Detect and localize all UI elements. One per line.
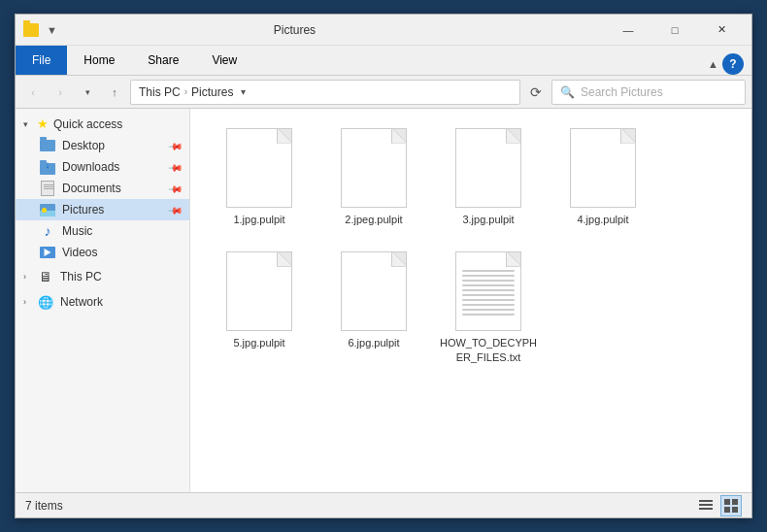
file-name-4jpg: 4.jpg.pulpit (577, 213, 628, 226)
large-icons-view-button[interactable] (720, 495, 742, 516)
tab-view[interactable]: View (195, 46, 253, 75)
file-page-3 (455, 128, 521, 208)
line1 (462, 270, 515, 272)
file-page-fold-4 (621, 129, 635, 143)
pin-icon-3: 📌 (168, 181, 183, 196)
back-button[interactable]: ‹ (21, 81, 45, 104)
file-item-4jpg[interactable]: 4.jpg.pulpit (550, 118, 656, 234)
search-icon: 🔍 (560, 85, 575, 99)
file-icon-4jpg (564, 126, 642, 209)
window-title: Pictures (0, 23, 606, 37)
file-item-1jpg[interactable]: 1.jpg.pulpit (206, 118, 313, 234)
file-page-fold-2 (392, 129, 406, 143)
pin-icon-4: 📌 (168, 202, 183, 217)
music-icon: ♪ (39, 223, 56, 239)
maximize-button[interactable]: □ (652, 17, 697, 44)
file-page-fold-txt (507, 252, 520, 266)
file-item-2jpeg[interactable]: 2.jpeg.pulpit (320, 118, 427, 234)
file-icon-5jpg (220, 249, 298, 332)
file-name-3jpg: 3.jpg.pulpit (462, 213, 514, 226)
file-page-6 (341, 251, 407, 331)
file-item-howto[interactable]: HOW_TO_DECYPHER_FILES.txt (435, 242, 542, 372)
file-page-fold (278, 129, 291, 143)
file-icon-2jpeg (335, 126, 413, 209)
close-button[interactable]: ✕ (699, 17, 744, 44)
chevron-network-icon: › (23, 297, 33, 307)
ribbon-collapse-arrow[interactable]: ▲ (708, 58, 718, 70)
svg-rect-3 (724, 499, 730, 505)
file-icon-howto (450, 249, 527, 332)
path-thispc-label: This PC (139, 85, 181, 99)
line4 (462, 284, 515, 286)
sidebar-item-documents[interactable]: Documents 📌 (16, 178, 189, 199)
file-page-5 (226, 251, 292, 331)
file-name-6jpg: 6.jpg.pulpit (348, 336, 399, 349)
window-controls: — □ ✕ (606, 17, 744, 44)
status-bar: 7 items (16, 492, 751, 517)
file-text-lines (456, 252, 520, 321)
svg-rect-1 (699, 504, 713, 506)
line7 (462, 299, 515, 301)
chevron-down-icon: ▾ (23, 119, 33, 129)
pin-icon-2: 📌 (168, 159, 183, 175)
tab-share[interactable]: Share (131, 46, 195, 75)
minimize-button[interactable]: — (606, 17, 650, 44)
downloads-icon: ↓ (39, 159, 56, 175)
sidebar-item-desktop[interactable]: Desktop 📌 (16, 135, 189, 156)
file-item-5jpg[interactable]: 5.jpg.pulpit (206, 242, 313, 372)
pictures-icon (39, 202, 56, 217)
sidebar-item-pictures[interactable]: Pictures 📌 (16, 199, 189, 220)
svg-rect-2 (699, 508, 713, 510)
file-page-fold-3 (507, 129, 520, 143)
file-page-2 (341, 128, 407, 208)
svg-rect-6 (732, 507, 738, 513)
sidebar-quickaccess-header[interactable]: ▾ ★ Quick access (16, 113, 189, 135)
tab-file[interactable]: File (16, 46, 67, 75)
search-box[interactable]: 🔍 Search Pictures (551, 80, 746, 105)
line10 (462, 314, 515, 316)
path-separator-1: › (184, 86, 187, 97)
help-button[interactable]: ? (722, 53, 744, 75)
documents-icon (39, 181, 56, 196)
folder-blue-icon (39, 138, 56, 153)
svg-rect-0 (699, 500, 713, 502)
recent-locations-button[interactable]: ▾ (76, 81, 99, 104)
svg-rect-4 (732, 499, 738, 505)
line6 (462, 294, 515, 296)
sidebar-item-videos[interactable]: Videos (16, 242, 189, 263)
file-name-5jpg: 5.jpg.pulpit (233, 336, 284, 349)
line5 (462, 289, 515, 291)
file-name-2jpeg: 2.jpeg.pulpit (345, 213, 402, 226)
sidebar-network[interactable]: › 🌐 Network (16, 290, 189, 314)
sidebar: ▾ ★ Quick access Desktop 📌 (16, 109, 190, 492)
file-item-6jpg[interactable]: 6.jpg.pulpit (320, 242, 427, 372)
sidebar-item-videos-label: Videos (62, 246, 97, 259)
sidebar-item-music-label: Music (62, 224, 92, 238)
sidebar-thispc[interactable]: › 🖥 This PC (16, 265, 189, 288)
address-bar: ‹ › ▾ ↑ 1.jpg.pulpit This PC › Pictures … (16, 76, 751, 109)
tab-home[interactable]: Home (67, 46, 131, 75)
search-placeholder: Search Pictures (581, 85, 737, 99)
file-page-fold-5 (278, 252, 291, 266)
details-view-button[interactable] (695, 495, 717, 516)
address-path[interactable]: 1.jpg.pulpit This PC › Pictures ▾ (130, 80, 520, 105)
pin-icon: 📌 (168, 138, 183, 153)
main-wrapper: ▾ ★ Quick access Desktop 📌 (16, 109, 751, 492)
status-count: 7 items (25, 499, 63, 513)
sidebar-section-network: › 🌐 Network (16, 290, 189, 314)
chevron-thispc-icon: › (23, 272, 33, 282)
up-button[interactable]: ↑ (103, 81, 126, 104)
computer-icon: 🖥 (37, 269, 54, 284)
file-item-3jpg[interactable]: 3.jpg.pulpit (435, 118, 542, 234)
sidebar-network-label: Network (60, 295, 103, 309)
file-page-4 (570, 128, 636, 208)
sidebar-item-music[interactable]: ♪ Music (16, 220, 189, 242)
sidebar-item-downloads[interactable]: ↓ Downloads 📌 (16, 156, 189, 178)
forward-button[interactable]: › (49, 81, 72, 104)
sidebar-section-quickaccess: ▾ ★ Quick access Desktop 📌 (16, 113, 189, 263)
path-dropdown-arrow[interactable]: ▾ (233, 80, 252, 105)
ribbon-right: ▲ ? (708, 53, 751, 75)
file-page-fold-6 (392, 252, 406, 266)
path-pictures-label: Pictures (191, 85, 233, 99)
refresh-button[interactable]: ⟳ (524, 81, 548, 104)
